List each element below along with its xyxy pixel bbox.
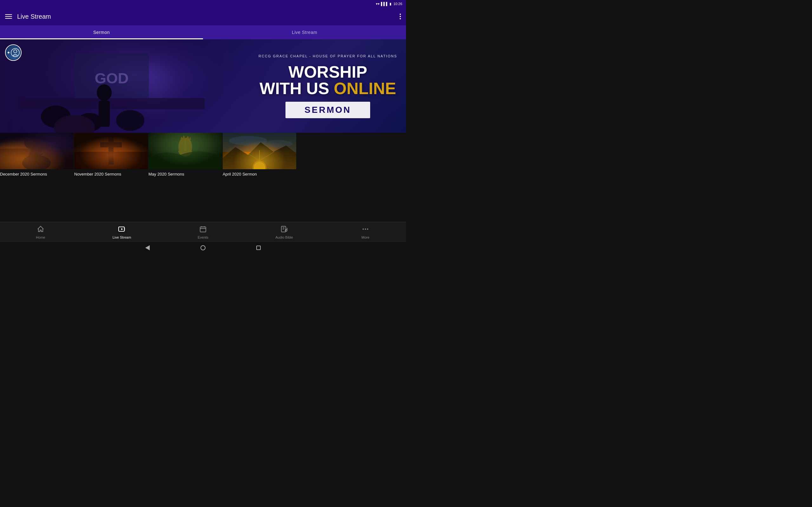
may-thumb-svg [148,133,222,169]
apr-thumb-svg [223,133,296,169]
signal-icon: ▌▌▌ [381,2,388,6]
more-options-button[interactable] [400,14,401,19]
svg-rect-22 [74,133,148,169]
hero-main-title: WORSHIP WITH US ONLINE [256,64,400,97]
sermon-label-nov-2020: November 2020 Sermons [74,169,148,178]
svg-point-56 [367,228,368,230]
sermon-label-may-2020: May 2020 Sermons [148,169,222,178]
hero-subtitle: RCCG GRACE CHAPEL - HOUSE OF PRAYER FOR … [258,54,397,58]
svg-line-37 [259,152,274,161]
status-time: 10:26 [393,2,402,6]
sermon-thumb-dec-2020 [0,133,73,169]
church-silhouette-svg: GOD [0,39,223,133]
svg-line-19 [37,153,43,158]
android-back-button[interactable] [145,245,150,250]
svg-point-34 [254,162,265,169]
nav-label-more: More [361,235,369,239]
tab-sermon[interactable]: Sermon [0,25,203,39]
hero-banner: RCCG GOD [0,39,406,133]
rccg-logo: RCCG [5,44,21,61]
svg-line-20 [33,161,37,164]
app-bar-left: Live Stream [5,13,51,20]
svg-rect-29 [223,133,296,169]
bottom-nav: Home Live Stream Events [0,222,406,242]
hero-sermon-button[interactable]: SERMON [286,102,370,118]
status-icons: ▾▾ ▌▌▌ ▮ [376,2,392,6]
svg-rect-23 [74,152,148,169]
svg-point-31 [229,136,267,146]
app-title: Live Stream [17,13,51,20]
sermon-grid: December 2020 Sermons November 2020 Serm… [0,133,406,178]
svg-point-1 [14,50,17,53]
live-stream-icon [118,225,125,234]
nav-item-audio-bible[interactable]: Audio Bible [244,225,325,239]
svg-rect-27 [148,133,222,169]
hero-subtitle-line: RCCG GRACE CHAPEL - HOUSE OF PRAYER FOR … [256,54,400,60]
sermon-thumb-nov-2020 [74,133,148,169]
dec-thumb-svg [0,133,73,169]
hero-content: RCCG GRACE CHAPEL - HOUSE OF PRAYER FOR … [256,54,400,118]
svg-rect-24 [108,136,113,164]
svg-point-35 [252,161,266,169]
svg-rect-14 [0,149,73,169]
tab-bar: Sermon Live Stream [0,25,406,39]
svg-point-11 [116,110,144,131]
svg-rect-4 [19,98,205,109]
more-icon [362,225,369,234]
app-bar: Live Stream [0,8,406,25]
tab-live-stream[interactable]: Live Stream [203,25,406,39]
svg-marker-40 [121,228,123,230]
rccg-logo-inner: RCCG [6,46,20,60]
hero-church-image: GOD [0,39,223,133]
wifi-icon: ▾▾ [376,2,380,6]
nav-label-home: Home [36,235,45,239]
svg-line-21 [37,161,40,164]
svg-point-33 [234,157,285,169]
svg-point-7 [97,84,112,101]
sermon-label-dec-2020: December 2020 Sermons [0,169,73,178]
svg-line-36 [245,152,259,161]
svg-point-32 [261,140,293,148]
nav-item-more[interactable]: More [325,225,406,239]
home-icon [37,225,44,234]
nav-item-home[interactable]: Home [0,225,81,239]
menu-button[interactable] [5,14,12,19]
sermon-card-nov-2020[interactable]: November 2020 Sermons [74,133,148,178]
sermon-card-may-2020[interactable]: May 2020 Sermons [148,133,222,178]
svg-point-16 [35,153,38,156]
svg-text:RCCG: RCCG [13,55,18,57]
nov-thumb-svg [74,133,148,169]
svg-rect-30 [223,133,296,152]
nav-label-live-stream: Live Stream [113,235,131,239]
svg-text:GOD: GOD [95,70,129,87]
svg-rect-26 [148,133,222,169]
sermon-card-apr-2020[interactable]: April 2020 Sermon [223,133,296,178]
nav-item-live-stream[interactable]: Live Stream [81,225,162,239]
rccg-logo-svg: RCCG [10,48,20,57]
svg-rect-44 [200,227,206,232]
svg-point-54 [362,228,364,230]
svg-rect-13 [0,133,73,169]
events-icon [199,225,207,234]
sermon-card-dec-2020[interactable]: December 2020 Sermons [0,133,73,178]
battery-icon: ▮ [390,2,392,6]
android-nav-bar [0,242,406,253]
android-recents-button[interactable] [256,245,261,250]
nav-item-events[interactable]: Events [162,225,244,239]
sermon-thumb-may-2020 [148,133,222,169]
nav-label-audio-bible: Audio Bible [275,235,293,239]
audio-bible-icon [281,225,288,234]
svg-line-18 [30,153,37,158]
status-bar: ▾▾ ▌▌▌ ▮ 10:26 [0,0,406,8]
sermon-thumb-apr-2020 [223,133,296,169]
svg-rect-28 [223,133,296,169]
sermon-label-apr-2020: April 2020 Sermon [223,169,296,178]
nav-label-events: Events [198,235,208,239]
android-home-button[interactable] [200,245,206,250]
svg-rect-25 [100,142,122,147]
svg-point-15 [22,155,51,169]
svg-point-55 [365,228,366,230]
